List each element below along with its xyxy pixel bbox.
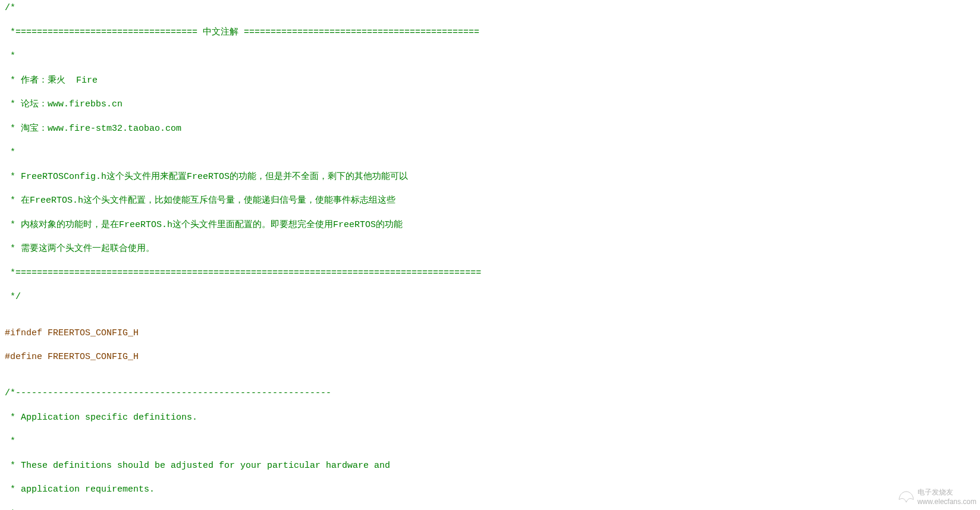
code-line: * [0, 508, 980, 511]
page-watermark: 电子发烧友 www.elecfans.com [897, 487, 976, 506]
code-line: * 需要这两个头文件一起联合使用。 [0, 243, 980, 255]
code-line: #ifndef FREERTOS_CONFIG_H [0, 328, 980, 339]
code-line: * 在FreeRTOS.h这个头文件配置，比如使能互斥信号量，使能递归信号量，使… [0, 195, 980, 207]
code-line: * These definitions should be adjusted f… [0, 460, 980, 472]
code-line: * [0, 147, 980, 159]
code-line: * Application specific definitions. [0, 412, 980, 424]
watermark-text-1: 电子发烧友 [918, 487, 976, 497]
code-line: /* [0, 2, 980, 14]
watermark-text-2: www.elecfans.com [918, 497, 976, 506]
code-line: */ [0, 291, 980, 303]
code-line: * [0, 436, 980, 448]
code-line: /*--------------------------------------… [0, 388, 980, 399]
code-line: * 论坛：www.firebbs.cn [0, 99, 980, 111]
watermark-logo-icon [897, 490, 915, 504]
code-line: * FreeRTOSConfig.h这个头文件用来配置FreeRTOS的功能，但… [0, 171, 980, 183]
code-line: * 淘宝：www.fire-stm32.taobao.com [0, 123, 980, 135]
code-line: * 内核对象的功能时，是在FreeRTOS.h这个头文件里面配置的。即要想完全使… [0, 219, 980, 231]
code-line: *=======================================… [0, 267, 980, 279]
code-line: * 作者：秉火 Fire [0, 75, 980, 87]
code-line: #define FREERTOS_CONFIG_H [0, 351, 980, 363]
code-line: * [0, 51, 980, 62]
code-editor-view: /* *================================== 中… [0, 0, 980, 510]
code-line: * application requirements. [0, 484, 980, 496]
code-line: *================================== 中文注解… [0, 27, 980, 39]
